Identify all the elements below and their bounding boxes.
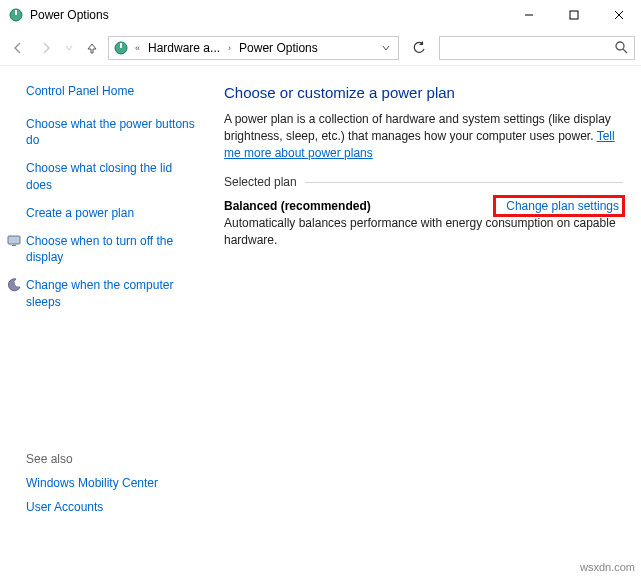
address-dropdown[interactable] (378, 44, 394, 52)
maximize-button[interactable] (551, 0, 596, 30)
watermark: wsxdn.com (580, 561, 635, 573)
content-area: Control Panel Home Choose what the power… (0, 66, 641, 560)
up-button[interactable] (80, 36, 104, 60)
selected-plan-label: Selected plan (224, 175, 297, 189)
power-options-icon (8, 7, 24, 23)
page-description: A power plan is a collection of hardware… (224, 111, 623, 161)
task-power-buttons[interactable]: Choose what the power buttons do (26, 116, 198, 148)
plan-row: Balanced (recommended) Automatically bal… (224, 199, 623, 249)
sidebar: Control Panel Home Choose what the power… (0, 66, 210, 560)
task-create-plan[interactable]: Create a power plan (26, 205, 198, 221)
svg-rect-10 (8, 236, 20, 244)
address-bar[interactable]: « Hardware a... › Power Options (108, 36, 399, 60)
svg-point-8 (616, 42, 624, 50)
close-button[interactable] (596, 0, 641, 30)
task-closing-lid[interactable]: Choose what closing the lid does (26, 160, 198, 192)
monitor-icon (6, 233, 22, 249)
breadcrumb-hardware[interactable]: Hardware a... (146, 41, 222, 55)
breadcrumb-sep[interactable]: › (226, 43, 233, 53)
window-buttons (506, 0, 641, 30)
forward-button[interactable] (34, 36, 58, 60)
see-also-mobility-center[interactable]: Windows Mobility Center (26, 476, 196, 490)
titlebar: Power Options (0, 0, 641, 30)
svg-rect-1 (15, 10, 17, 15)
see-also-section: See also Windows Mobility Center User Ac… (26, 452, 196, 524)
task-label: Change when the computer sleeps (26, 278, 173, 308)
plan-description: Automatically balances performance with … (224, 215, 623, 249)
divider (305, 182, 623, 183)
svg-rect-3 (570, 11, 578, 19)
change-plan-settings-link[interactable]: Change plan settings (506, 199, 619, 213)
moon-icon (6, 277, 22, 293)
see-also-user-accounts[interactable]: User Accounts (26, 500, 196, 514)
task-label: Choose when to turn off the display (26, 234, 173, 264)
breadcrumb-power[interactable]: Power Options (237, 41, 320, 55)
selected-plan-header: Selected plan (224, 175, 623, 189)
page-heading: Choose or customize a power plan (224, 84, 623, 101)
main-panel: Choose or customize a power plan A power… (210, 66, 641, 560)
svg-rect-7 (120, 43, 122, 48)
svg-rect-11 (12, 245, 16, 246)
control-panel-icon (113, 40, 129, 56)
see-also-label: See also (26, 452, 196, 466)
desc-text: A power plan is a collection of hardware… (224, 112, 611, 143)
search-icon (615, 41, 628, 54)
minimize-button[interactable] (506, 0, 551, 30)
navigation-bar: « Hardware a... › Power Options (0, 30, 641, 66)
breadcrumb-sep[interactable]: « (133, 43, 142, 53)
recent-dropdown[interactable] (62, 36, 76, 60)
back-button[interactable] (6, 36, 30, 60)
search-input[interactable] (439, 36, 635, 60)
window-title: Power Options (30, 8, 506, 22)
svg-line-9 (623, 49, 627, 53)
control-panel-home-link[interactable]: Control Panel Home (26, 84, 198, 98)
refresh-button[interactable] (407, 36, 431, 60)
task-computer-sleeps[interactable]: Change when the computer sleeps (26, 277, 198, 309)
task-turn-off-display[interactable]: Choose when to turn off the display (26, 233, 198, 265)
